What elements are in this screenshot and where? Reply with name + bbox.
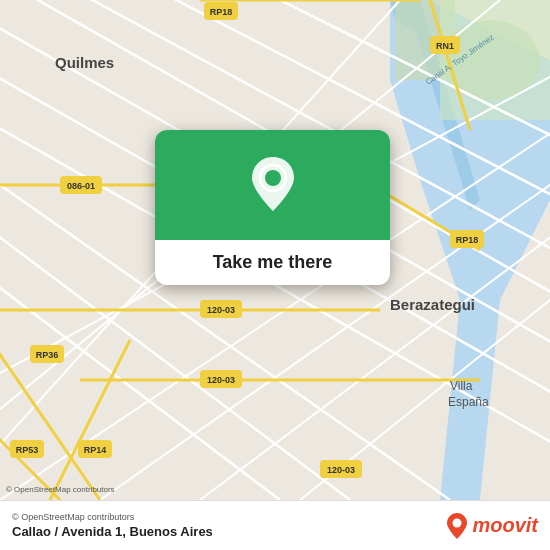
osm-credit: © OpenStreetMap contributors — [12, 512, 213, 522]
svg-text:RP18: RP18 — [210, 7, 233, 17]
map-background: RP18 RP18 RN1 086-01 120-03 120-03 120-0… — [0, 0, 550, 500]
svg-text:120-03: 120-03 — [327, 465, 355, 475]
location-info: © OpenStreetMap contributors Callao / Av… — [12, 512, 213, 539]
svg-text:RP36: RP36 — [36, 350, 59, 360]
svg-text:Berazategui: Berazategui — [390, 296, 475, 313]
moovit-logo: moovit — [446, 512, 538, 540]
svg-text:Villa: Villa — [450, 379, 473, 393]
svg-text:España: España — [448, 395, 489, 409]
svg-text:086-01: 086-01 — [67, 181, 95, 191]
svg-point-60 — [453, 518, 462, 527]
location-pin-icon — [248, 155, 298, 215]
location-name: Callao / Avenida 1, Buenos Aires — [12, 524, 213, 539]
moovit-brand-text: moovit — [472, 514, 538, 537]
take-me-there-button[interactable]: Take me there — [155, 240, 390, 285]
svg-text:© OpenStreetMap contributors: © OpenStreetMap contributors — [6, 485, 115, 494]
svg-text:RN1: RN1 — [436, 41, 454, 51]
bottom-bar: © OpenStreetMap contributors Callao / Av… — [0, 500, 550, 550]
svg-text:RP14: RP14 — [84, 445, 107, 455]
svg-text:RP53: RP53 — [16, 445, 39, 455]
location-popup: Take me there — [155, 130, 390, 285]
popup-header — [155, 130, 390, 240]
svg-text:Quilmes: Quilmes — [55, 54, 114, 71]
svg-text:120-03: 120-03 — [207, 375, 235, 385]
moovit-pin-icon — [446, 512, 468, 540]
svg-point-58 — [265, 170, 281, 186]
svg-text:RP18: RP18 — [456, 235, 479, 245]
svg-text:120-03: 120-03 — [207, 305, 235, 315]
